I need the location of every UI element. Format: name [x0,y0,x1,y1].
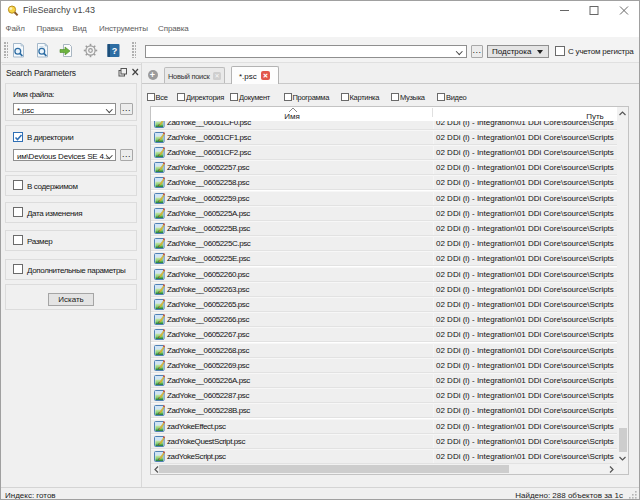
svg-text:?: ? [112,46,118,56]
